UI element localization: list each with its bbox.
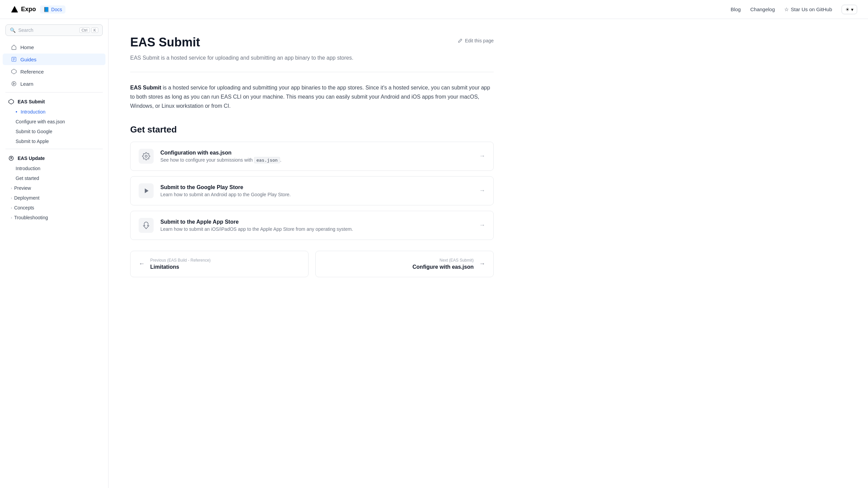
- card-desc-config: See how to configure your submissions wi…: [160, 157, 472, 163]
- docs-emoji: 📘: [43, 7, 49, 12]
- sidebar-divider-1: [5, 92, 103, 93]
- topnav: Expo 📘 Docs Blog Changelog ☆ Star Us on …: [0, 0, 868, 19]
- sidebar-item-reference[interactable]: Reference: [3, 66, 105, 77]
- sidebar-item-submit-apple[interactable]: Submit to Apple: [3, 137, 105, 146]
- sidebar-item-learn-label: Learn: [20, 81, 33, 87]
- next-nav-card[interactable]: → Next (EAS Submit) Configure with eas.j…: [315, 251, 494, 277]
- next-nav-title: Configure with eas.json: [413, 264, 474, 270]
- sidebar-item-learn[interactable]: Learn: [3, 78, 105, 89]
- next-nav-content: Next (EAS Submit) Configure with eas.jso…: [413, 258, 474, 270]
- card-title-config: Configuration with eas.json: [160, 150, 472, 156]
- card-desc-before: See how to configure your submissions wi…: [160, 157, 254, 163]
- brand-logo-link[interactable]: Expo: [11, 6, 36, 13]
- topnav-right: Blog Changelog ☆ Star Us on GitHub ☀ ▾: [731, 5, 857, 14]
- sidebar-item-eas-update-intro[interactable]: Introduction: [3, 164, 105, 173]
- svg-point-2: [12, 82, 16, 86]
- next-nav-label: Next (EAS Submit): [413, 258, 474, 263]
- prev-nav-label: Previous (EAS Build - Reference): [150, 258, 211, 263]
- sidebar-item-guides-label: Guides: [20, 57, 37, 62]
- eas-update-section[interactable]: EAS Update: [0, 152, 108, 163]
- gear-icon: [142, 152, 150, 160]
- eas-submit-section[interactable]: EAS Submit: [0, 95, 108, 107]
- card-configuration-eas-json[interactable]: Configuration with eas.json See how to c…: [130, 142, 494, 171]
- play-icon: [142, 187, 150, 195]
- sidebar-item-eas-submit-intro[interactable]: Introduction: [3, 107, 105, 117]
- sidebar-item-concepts-label: Concepts: [14, 205, 34, 210]
- main-content: EAS Submit Edit this page EAS Submit is …: [108, 19, 515, 488]
- search-box[interactable]: 🔍 Search Ctrl K: [5, 24, 103, 36]
- card-desc-apple: Learn how to submit an iOS/iPadOS app to…: [160, 226, 472, 232]
- home-icon: [11, 44, 17, 50]
- prev-nav-card[interactable]: ← Previous (EAS Build - Reference) Limit…: [130, 251, 309, 277]
- sidebar-divider-2: [5, 149, 103, 149]
- sidebar-item-reference-label: Reference: [20, 69, 44, 75]
- sidebar-item-preview[interactable]: › Preview: [3, 183, 105, 193]
- sidebar-item-eas-update-get-started[interactable]: Get started: [3, 174, 105, 183]
- guides-icon: [11, 56, 17, 62]
- card-title-google: Submit to the Google Play Store: [160, 184, 472, 190]
- card-arrow-apple: →: [479, 222, 485, 229]
- sidebar-item-guides[interactable]: Guides: [3, 54, 105, 65]
- kbd-ctrl: Ctrl: [79, 27, 90, 33]
- sidebar-item-eas-submit-intro-label: Introduction: [21, 109, 45, 115]
- edit-page-link[interactable]: Edit this page: [457, 35, 494, 43]
- sidebar-item-home-label: Home: [20, 44, 34, 50]
- eas-submit-bold: EAS Submit: [130, 85, 161, 90]
- sidebar-item-submit-google[interactable]: Submit to Google: [3, 127, 105, 136]
- page-header: EAS Submit Edit this page: [130, 35, 494, 49]
- card-submit-google[interactable]: Submit to the Google Play Store Learn ho…: [130, 176, 494, 205]
- search-icon: 🔍: [10, 27, 16, 33]
- card-submit-apple[interactable]: Submit to the Apple App Store Learn how …: [130, 211, 494, 240]
- sidebar-item-configure-eas-json[interactable]: Configure with eas.json: [3, 117, 105, 126]
- card-arrow-google: →: [479, 187, 485, 194]
- svg-marker-1: [12, 69, 16, 74]
- sidebar-item-get-started-label: Get started: [16, 176, 39, 181]
- prev-arrow: ←: [139, 260, 145, 267]
- troubleshooting-chevron: ›: [11, 216, 12, 220]
- page-subtitle: EAS Submit is a hosted service for uploa…: [130, 55, 494, 61]
- deployment-chevron: ›: [11, 196, 12, 200]
- card-desc-after: .: [280, 157, 281, 163]
- expo-logo: [11, 6, 18, 13]
- blog-link[interactable]: Blog: [731, 6, 741, 12]
- card-content-config: Configuration with eas.json See how to c…: [160, 150, 472, 163]
- page-description: EAS Submit is a hosted service for uploa…: [130, 83, 494, 111]
- card-content-google: Submit to the Google Play Store Learn ho…: [160, 184, 472, 197]
- sidebar-item-troubleshooting[interactable]: › Troubleshooting: [3, 213, 105, 222]
- sidebar-item-deployment[interactable]: › Deployment: [3, 193, 105, 203]
- sidebar-item-home[interactable]: Home: [3, 41, 105, 53]
- star-github-link[interactable]: ☆ Star Us on GitHub: [784, 6, 832, 13]
- prev-nav-title: Limitations: [150, 264, 211, 270]
- star-icon: ☆: [784, 6, 789, 13]
- edit-page-label: Edit this page: [465, 38, 494, 43]
- changelog-link[interactable]: Changelog: [750, 6, 775, 12]
- reference-icon: [11, 68, 17, 75]
- get-started-title: Get started: [130, 124, 494, 135]
- concepts-chevron: ›: [11, 206, 12, 210]
- sidebar-item-configure-label: Configure with eas.json: [16, 119, 65, 124]
- card-icon-apple: [139, 218, 154, 233]
- docs-label: Docs: [51, 7, 62, 12]
- theme-toggle-button[interactable]: ☀ ▾: [842, 5, 857, 14]
- eas-update-label: EAS Update: [18, 156, 45, 161]
- layout: 🔍 Search Ctrl K Home Guides Ref: [0, 19, 868, 488]
- topnav-left: Expo 📘 Docs: [11, 5, 65, 14]
- next-arrow: →: [479, 260, 485, 267]
- eas-update-icon: [8, 155, 14, 161]
- edit-icon: [457, 38, 463, 43]
- card-icon-config: [139, 149, 154, 164]
- kbd-k: K: [91, 27, 98, 33]
- sidebar-item-eas-update-intro-label: Introduction: [16, 166, 40, 171]
- card-title-apple: Submit to the Apple App Store: [160, 219, 472, 225]
- svg-point-5: [145, 155, 147, 157]
- card-desc-code: eas.json: [254, 157, 280, 163]
- bottom-nav: ← Previous (EAS Build - Reference) Limit…: [130, 251, 494, 277]
- sidebar-item-concepts[interactable]: › Concepts: [3, 203, 105, 212]
- sidebar-item-submit-google-label: Submit to Google: [16, 129, 52, 134]
- apple-icon: [142, 221, 150, 229]
- card-icon-google: [139, 183, 154, 198]
- search-shortcut: Ctrl K: [79, 27, 98, 33]
- learn-icon: [11, 81, 17, 87]
- brand-name: Expo: [21, 6, 36, 13]
- sidebar: 🔍 Search Ctrl K Home Guides Ref: [0, 19, 108, 488]
